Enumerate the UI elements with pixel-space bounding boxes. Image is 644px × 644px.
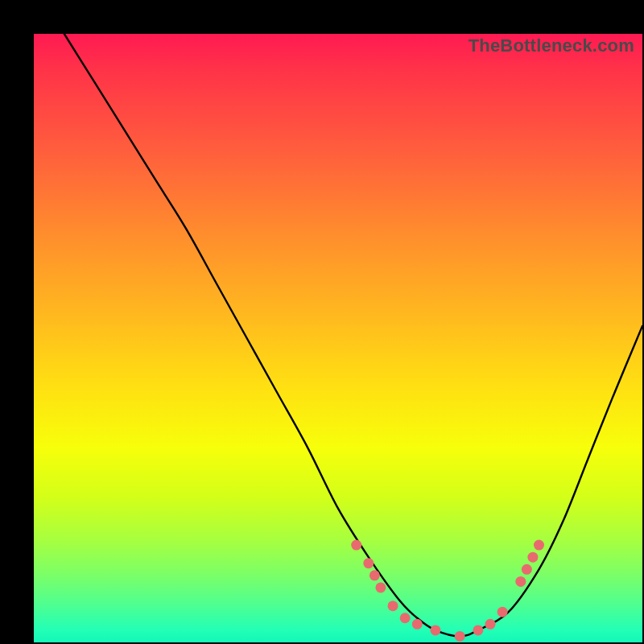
data-point [473, 625, 483, 635]
data-point [400, 613, 411, 623]
data-point [430, 625, 440, 635]
data-point [412, 619, 423, 630]
data-point [363, 558, 374, 568]
data-point [534, 540, 544, 551]
data-point [375, 582, 386, 592]
data-point [351, 540, 361, 551]
data-point [388, 601, 398, 611]
data-point [497, 607, 508, 617]
data-point [369, 570, 380, 580]
plot-area: TheBottleneck.com [34, 34, 642, 642]
data-point [522, 564, 532, 575]
watermark: TheBottleneck.com [469, 35, 634, 56]
data-point [485, 619, 496, 630]
data-point [515, 576, 526, 587]
data-point [527, 552, 538, 563]
scatter-points [351, 540, 544, 642]
chart-svg [34, 34, 642, 642]
chart-frame: TheBottleneck.com [16, 16, 628, 628]
data-point [455, 631, 465, 642]
